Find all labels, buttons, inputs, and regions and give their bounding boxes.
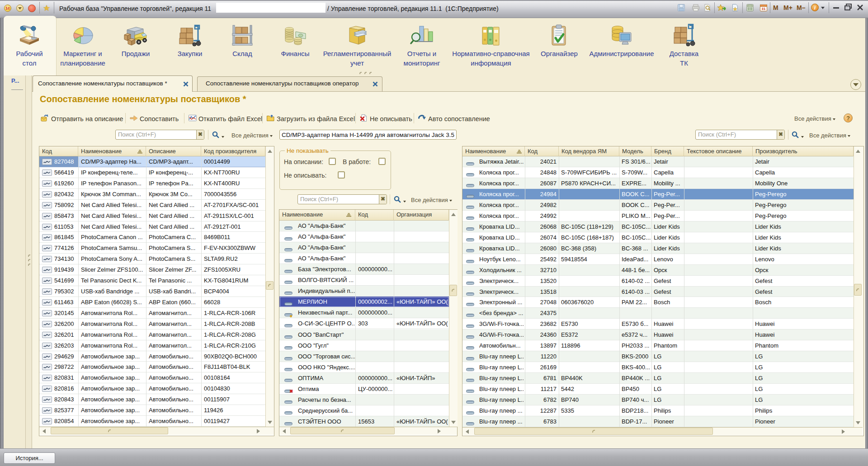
svg-text:31: 31 xyxy=(762,7,766,11)
